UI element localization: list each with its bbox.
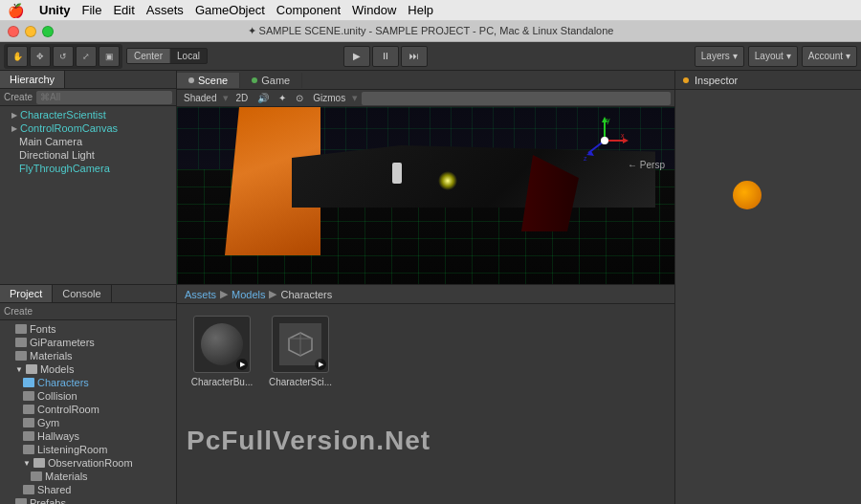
persp-label: ← Persp <box>628 160 665 170</box>
project-item-collision[interactable]: Collision <box>0 389 176 403</box>
scene-viewport[interactable]: y x z ← Persp <box>177 107 674 284</box>
account-dropdown[interactable]: Account ▾ <box>802 46 857 67</box>
local-button[interactable]: Local <box>170 49 207 63</box>
project-create-btn[interactable]: Create <box>4 306 33 317</box>
project-item-observationroom[interactable]: ▼ ObservationRoom <box>0 456 176 470</box>
project-item-giparameters[interactable]: GiParameters <box>0 336 176 349</box>
hierarchy-toolbar: Create <box>0 89 176 106</box>
hierarchy-create-btn[interactable]: Create <box>4 92 33 102</box>
svg-text:z: z <box>584 155 587 162</box>
project-item-materials[interactable]: Materials <box>0 349 176 362</box>
maximize-button[interactable] <box>42 26 54 37</box>
main-layout: Hierarchy Create ▶ CharacterScientist ▶ … <box>0 71 861 504</box>
scene-gizmo: y x z <box>579 115 631 167</box>
play-button[interactable]: ▶ <box>343 46 370 67</box>
rotate-tool[interactable]: ↺ <box>53 46 74 67</box>
project-item-listeningroom[interactable]: ListeningRoom <box>0 443 176 456</box>
asset-model-box <box>279 323 321 365</box>
svg-point-9 <box>601 137 608 144</box>
hierarchy-item-characterscientist[interactable]: ▶ CharacterScientist <box>0 108 176 121</box>
hierarchy-content: ▶ CharacterScientist ▶ ControlRoomCanvas… <box>0 106 176 284</box>
menu-assets[interactable]: Assets <box>146 3 184 17</box>
hand-tool[interactable]: ✋ <box>7 46 28 67</box>
scene-light-burst <box>438 171 457 190</box>
project-section: Project Console Create Fonts GiParameter… <box>0 284 176 504</box>
project-item-gym[interactable]: Gym <box>0 416 176 429</box>
inspector-dot <box>683 77 689 83</box>
hierarchy-item-flythroughcamera[interactable]: FlyThroughCamera <box>0 162 176 175</box>
breadcrumb-models[interactable]: Models <box>232 289 265 300</box>
scene-character-figure <box>392 163 402 184</box>
menu-window[interactable]: Window <box>352 3 396 17</box>
project-item-fonts[interactable]: Fonts <box>0 322 176 336</box>
asset-item-characterbu[interactable]: ▶ CharacterBu... <box>188 316 255 493</box>
assets-grid: ▶ CharacterBu... ▶ <box>177 304 674 504</box>
project-item-prefabs[interactable]: Prefabs <box>0 496 176 504</box>
inspector-content <box>675 90 861 504</box>
close-button[interactable] <box>8 26 19 37</box>
scene-icon1[interactable]: ⊙ <box>293 93 306 103</box>
scene-search[interactable] <box>362 92 671 105</box>
asset-item-charactersci[interactable]: ▶ CharacterSci... <box>267 316 334 493</box>
project-item-hallways[interactable]: Hallways <box>0 429 176 443</box>
pause-button[interactable]: ⏸ <box>372 46 399 67</box>
scene-toolbar: Shaded ▾ 2D 🔊 ✦ ⊙ Gizmos ▾ <box>177 90 674 107</box>
project-tabs: Project Console <box>0 285 176 303</box>
tab-project[interactable]: Project <box>0 285 53 302</box>
asset-play-icon: ▶ <box>236 359 248 370</box>
project-item-models[interactable]: ▼ Models <box>0 362 176 376</box>
project-item-characters[interactable]: Characters <box>0 376 176 389</box>
inspector-color-circle <box>733 181 762 209</box>
tab-scene[interactable]: Scene <box>177 73 240 88</box>
unity-toolbar: ✋ ✥ ↺ ⤢ ▣ Center Local ▶ ⏸ ⏭ Layers ▾ La… <box>0 42 861 71</box>
menu-file[interactable]: File <box>82 3 102 17</box>
pivot-mode: Center Local <box>126 48 208 64</box>
scale-tool[interactable]: ⤢ <box>76 46 97 67</box>
project-content: Fonts GiParameters Materials ▼ Models <box>0 320 176 504</box>
menu-component[interactable]: Component <box>276 3 341 17</box>
inspector-header: Inspector <box>675 71 861 90</box>
breadcrumb-assets[interactable]: Assets <box>185 289 216 300</box>
move-tool[interactable]: ✥ <box>30 46 51 67</box>
scene-canvas: y x z ← Persp <box>177 107 674 284</box>
rect-tool[interactable]: ▣ <box>99 46 120 67</box>
window-title: ✦ SAMPLE SCENE.unity - SAMPLE PROJECT - … <box>248 25 614 37</box>
asset-play-icon2: ▶ <box>315 359 326 370</box>
hierarchy-item-directionallight[interactable]: Directional Light <box>0 148 176 162</box>
assets-breadcrumb: Assets ▶ Models ▶ Characters <box>177 285 674 304</box>
step-button[interactable]: ⏭ <box>401 46 428 67</box>
hierarchy-item-controlroomcanvas[interactable]: ▶ ControlRoomCanvas <box>0 121 176 135</box>
tab-console[interactable]: Console <box>53 285 111 302</box>
shading-dropdown[interactable]: Shaded <box>181 93 219 103</box>
playback-controls: ▶ ⏸ ⏭ <box>343 46 428 67</box>
menu-edit[interactable]: Edit <box>113 3 134 17</box>
project-item-obs-materials[interactable]: Materials <box>0 470 176 483</box>
menu-unity[interactable]: Unity <box>39 3 71 17</box>
asset-label-charactersci: CharacterSci... <box>269 377 332 387</box>
center-panel: Scene Game Shaded ▾ 2D 🔊 ✦ ⊙ Gizmos ▾ <box>177 71 674 504</box>
menu-gameobject[interactable]: GameObject <box>195 3 265 17</box>
layers-dropdown[interactable]: Layers ▾ <box>695 46 744 67</box>
audio-toggle[interactable]: 🔊 <box>254 93 272 103</box>
hierarchy-tabs: Hierarchy <box>0 71 176 89</box>
project-item-controlroom[interactable]: ControlRoom <box>0 403 176 416</box>
inspector-title: Inspector <box>695 75 738 86</box>
menu-help[interactable]: Help <box>408 3 433 17</box>
project-item-shared[interactable]: Shared <box>0 483 176 496</box>
hierarchy-item-maincamera[interactable]: Main Camera <box>0 135 176 148</box>
tab-hierarchy[interactable]: Hierarchy <box>0 71 65 88</box>
bottom-panel: Assets ▶ Models ▶ Characters ▶ Character… <box>177 284 674 504</box>
inspector-panel: Inspector <box>674 71 861 504</box>
center-button[interactable]: Center <box>127 49 170 63</box>
asset-thumb-charactersci: ▶ <box>272 316 329 373</box>
svg-text:y: y <box>607 117 610 124</box>
fx-toggle[interactable]: ✦ <box>276 93 289 103</box>
2d-toggle[interactable]: 2D <box>232 93 251 103</box>
breadcrumb-characters: Characters <box>280 289 332 300</box>
tab-game[interactable]: Game <box>240 73 302 88</box>
gizmos-dropdown[interactable]: Gizmos <box>310 93 348 103</box>
apple-menu[interactable]: 🍎 <box>8 3 24 18</box>
layout-dropdown[interactable]: Layout ▾ <box>748 46 798 67</box>
minimize-button[interactable] <box>25 26 36 37</box>
hierarchy-search[interactable] <box>36 91 172 104</box>
